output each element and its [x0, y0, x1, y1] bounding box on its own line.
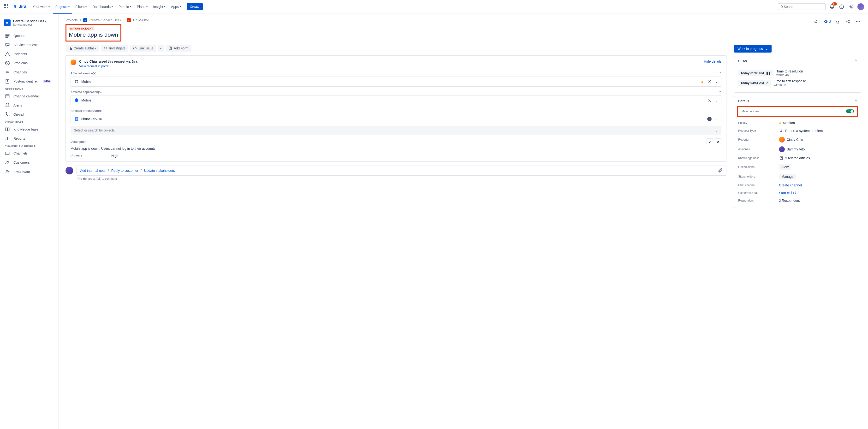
collapse-icon[interactable]: ⌃: [854, 59, 857, 63]
feedback-button[interactable]: [813, 18, 820, 25]
chevron-down-icon: ▾: [130, 5, 131, 8]
affected-app-field[interactable]: Mobile ⌄: [70, 95, 721, 105]
chevron-down-icon[interactable]: ⌄: [715, 117, 718, 121]
start-call-link[interactable]: Start call: [779, 191, 796, 195]
kb-value[interactable]: 3 related articles: [779, 156, 810, 160]
chevron-down-icon[interactable]: ⌄: [715, 80, 718, 84]
affected-service-field[interactable]: Mobile ▲ ⌄: [70, 76, 721, 87]
more-actions-button[interactable]: [855, 18, 861, 25]
vote-button[interactable]: [834, 18, 841, 25]
svg-rect-10: [6, 80, 9, 84]
hide-details-link[interactable]: Hide details: [704, 60, 721, 63]
app-switcher-icon[interactable]: [4, 4, 9, 9]
project-header[interactable]: Central Service Desk Service project: [2, 17, 57, 28]
nav-dashboards[interactable]: Dashboards▾: [90, 3, 115, 10]
update-stakeholders-link[interactable]: Update stakeholders: [144, 169, 175, 173]
sidebar-item-incidents[interactable]: Incidents: [2, 50, 57, 59]
svg-point-4: [850, 6, 852, 7]
link-issue-dropdown[interactable]: ▾: [158, 45, 164, 52]
search-input[interactable]: [784, 5, 824, 9]
sidebar-item-changes[interactable]: Changes: [2, 68, 57, 77]
major-incident-toggle[interactable]: [846, 110, 854, 113]
create-channel-link[interactable]: Create channel: [779, 183, 802, 187]
major-incident-toggle-row: Major incident: [737, 106, 858, 117]
notification-badge: 9+: [832, 2, 837, 5]
nav-insight[interactable]: Insight▾: [151, 3, 168, 10]
create-subtask-button[interactable]: Create subtask: [65, 45, 99, 52]
svg-line-9: [6, 62, 9, 65]
sidebar-item-queues[interactable]: Queues: [2, 31, 57, 40]
description-cancel-button[interactable]: ✕: [715, 139, 721, 145]
nav-projects[interactable]: Projects▾: [53, 3, 72, 10]
link-issue-button[interactable]: Link issue: [130, 45, 156, 52]
sidebar-item-knowledge-base[interactable]: Knowledge base: [2, 125, 57, 134]
urgency-label: Urgency: [70, 154, 111, 158]
breadcrumb-project[interactable]: Central Service Desk: [90, 18, 121, 22]
nav-filters[interactable]: Filters▾: [73, 3, 89, 10]
nav-people[interactable]: People▾: [116, 3, 134, 10]
create-button[interactable]: Create: [187, 3, 203, 10]
linked-alerts-button[interactable]: View: [779, 164, 791, 170]
watch-button[interactable]: 2: [824, 19, 831, 24]
jira-logo[interactable]: Jira: [12, 4, 26, 9]
graph-icon[interactable]: [707, 98, 712, 102]
assignee-value[interactable]: Sammy Vito: [779, 146, 805, 152]
collapse-icon[interactable]: ⌃: [719, 72, 721, 75]
sidebar-item-problems[interactable]: Problems: [2, 59, 57, 68]
responders-value[interactable]: 2 Responders: [779, 199, 800, 203]
svg-point-24: [128, 20, 129, 21]
priority-value[interactable]: ≡Medium: [779, 121, 795, 125]
reply-customer-link[interactable]: Reply to customer: [111, 169, 138, 173]
view-in-portal-link[interactable]: View request in portal: [79, 64, 109, 68]
urgency-value[interactable]: High: [111, 154, 118, 158]
chevron-down-icon[interactable]: ⌄: [715, 98, 718, 102]
investigate-button[interactable]: Investigate: [101, 45, 128, 52]
sidebar-item-oncall[interactable]: On-call: [2, 110, 57, 119]
notifications-button[interactable]: 9+: [829, 3, 835, 10]
reporter-avatar: [779, 137, 785, 143]
affected-infra-field[interactable]: ubuntu-srv-16 ✕ ⌄: [70, 114, 721, 124]
graph-icon[interactable]: [707, 80, 712, 84]
request-type-value[interactable]: Report a system problem: [779, 129, 823, 133]
sidebar-item-change-calendar[interactable]: Change calendar: [2, 92, 57, 101]
description-confirm-button[interactable]: ✓: [707, 139, 713, 145]
new-badge: NEW: [43, 80, 51, 83]
object-select[interactable]: Select or search for objects ⌄: [70, 126, 721, 134]
nav-apps[interactable]: Apps▾: [169, 3, 183, 10]
sidebar-item-alerts[interactable]: Alerts: [2, 101, 57, 110]
breadcrumb-projects[interactable]: Projects: [65, 18, 78, 22]
help-button[interactable]: ?: [838, 3, 845, 10]
sidebar-item-customers[interactable]: Customers: [2, 158, 57, 167]
collapse-icon[interactable]: ⌃: [854, 99, 857, 103]
nav-plans[interactable]: Plans▾: [134, 3, 150, 10]
settings-button[interactable]: [848, 3, 855, 10]
project-sidebar: Central Service Desk Service project Que…: [0, 13, 59, 429]
collapse-icon[interactable]: ⌃: [719, 90, 721, 94]
issue-title[interactable]: Mobile app is down: [69, 31, 118, 38]
profile-avatar[interactable]: [858, 3, 864, 10]
svg-point-25: [825, 21, 827, 22]
add-internal-note-link[interactable]: Add internal note: [80, 169, 105, 173]
share-button[interactable]: [844, 18, 851, 25]
svg-rect-35: [70, 49, 72, 50]
global-search[interactable]: [778, 3, 826, 10]
attachment-icon[interactable]: [718, 168, 723, 173]
reporter-value[interactable]: Cindy Chiu: [779, 137, 803, 143]
svg-point-41: [75, 80, 75, 81]
sidebar-item-service-requests[interactable]: Service requests: [2, 40, 57, 50]
breadcrumb-issue-key[interactable]: ITSM-6851: [133, 18, 150, 22]
comment-box[interactable]: Add internal note / Reply to customer / …: [76, 165, 726, 176]
remove-icon[interactable]: ✕: [707, 117, 712, 121]
sidebar-item-channels[interactable]: Channels: [2, 149, 57, 158]
kb-icon: [779, 156, 783, 160]
description-text[interactable]: Mobile app is down. Users cannot log in …: [70, 147, 721, 150]
svg-rect-59: [780, 157, 783, 159]
status-dropdown[interactable]: Work in progress⌄: [734, 45, 772, 53]
nav-your-work[interactable]: Your work▾: [30, 3, 52, 10]
add-form-button[interactable]: Add Form: [165, 45, 191, 52]
stakeholders-button[interactable]: Manage: [779, 174, 796, 180]
sidebar-item-post-incident[interactable]: Post-incident re...NEW: [2, 77, 57, 86]
sidebar-item-invite-team[interactable]: Invite team: [2, 167, 57, 176]
svg-point-49: [710, 83, 711, 83]
sidebar-item-reports[interactable]: Reports: [2, 134, 57, 143]
